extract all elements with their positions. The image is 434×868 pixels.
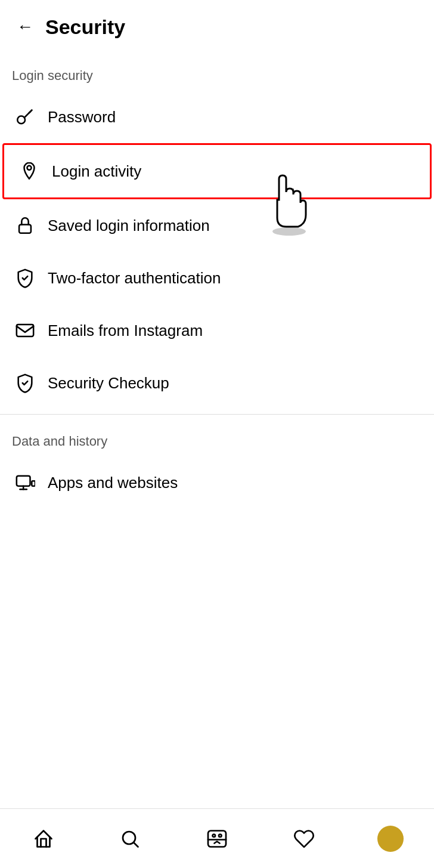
login-activity-menu-item[interactable]: Login activity bbox=[2, 143, 432, 199]
emails-label: Emails from Instagram bbox=[48, 322, 203, 340]
svg-point-1 bbox=[27, 166, 31, 170]
password-label: Password bbox=[48, 108, 116, 126]
svg-rect-9 bbox=[32, 481, 35, 486]
svg-point-0 bbox=[17, 116, 25, 124]
lock-icon bbox=[12, 212, 38, 239]
svg-rect-6 bbox=[19, 225, 31, 233]
back-arrow-icon: ← bbox=[17, 17, 33, 36]
security-checkup-label: Security Checkup bbox=[48, 374, 169, 393]
home-icon bbox=[33, 828, 54, 850]
section-divider bbox=[0, 414, 434, 415]
apps-websites-menu-item[interactable]: Apps and websites bbox=[0, 456, 434, 509]
profile-avatar bbox=[377, 826, 404, 852]
two-factor-menu-item[interactable]: Two-factor authentication bbox=[0, 252, 434, 304]
key-icon bbox=[12, 104, 38, 130]
header: ← Security bbox=[0, 0, 434, 54]
nav-notifications[interactable] bbox=[283, 821, 325, 857]
search-icon bbox=[119, 828, 141, 850]
nav-search[interactable] bbox=[109, 821, 151, 857]
apps-websites-label: Apps and websites bbox=[48, 474, 178, 492]
two-factor-label: Two-factor authentication bbox=[48, 269, 221, 288]
shield-check-icon bbox=[12, 265, 38, 291]
bottom-nav bbox=[0, 808, 434, 868]
svg-rect-7 bbox=[17, 325, 33, 336]
svg-point-13 bbox=[219, 834, 222, 837]
password-menu-item[interactable]: Password bbox=[0, 91, 434, 143]
email-icon bbox=[12, 317, 38, 344]
page-title: Security bbox=[45, 16, 125, 39]
svg-rect-8 bbox=[17, 476, 30, 486]
saved-login-menu-item[interactable]: Saved login information bbox=[0, 199, 434, 252]
login-activity-label: Login activity bbox=[52, 162, 141, 181]
svg-point-12 bbox=[212, 834, 215, 837]
data-history-section-label: Data and history bbox=[0, 419, 434, 456]
svg-point-10 bbox=[123, 832, 135, 844]
login-security-section-label: Login security bbox=[0, 54, 434, 91]
location-icon bbox=[16, 158, 42, 184]
reels-icon bbox=[206, 828, 228, 850]
saved-login-label: Saved login information bbox=[48, 217, 210, 235]
monitor-icon bbox=[12, 469, 38, 496]
security-checkup-menu-item[interactable]: Security Checkup bbox=[0, 357, 434, 409]
nav-home[interactable] bbox=[23, 821, 64, 857]
nav-reels[interactable] bbox=[196, 821, 238, 857]
back-button[interactable]: ← bbox=[12, 14, 38, 40]
shield-done-icon bbox=[12, 370, 38, 396]
svg-rect-11 bbox=[208, 830, 226, 847]
heart-icon bbox=[293, 828, 315, 850]
emails-menu-item[interactable]: Emails from Instagram bbox=[0, 304, 434, 357]
nav-profile[interactable] bbox=[370, 821, 411, 857]
